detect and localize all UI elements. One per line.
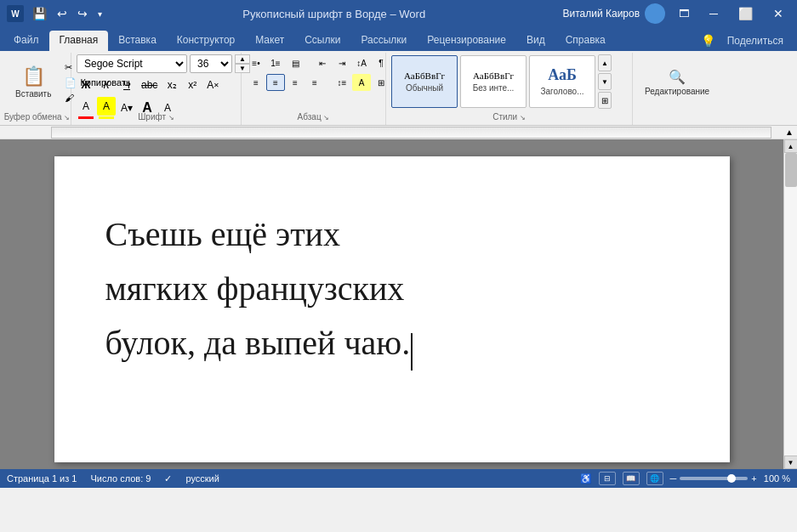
view-normal-btn[interactable]: ⊟	[599, 472, 616, 485]
align-left-btn[interactable]: ≡	[247, 74, 265, 91]
vertical-scrollbar[interactable]: ▲ ▼	[783, 139, 797, 469]
window-title: Рукописный шрифт в Ворде – Word	[105, 8, 563, 20]
view-read-btn[interactable]: 📖	[623, 472, 640, 485]
font-size-select[interactable]: 36	[190, 54, 232, 73]
share-button[interactable]: Поделиться	[720, 35, 790, 47]
font-label: Шрифт ↘	[71, 112, 241, 122]
decrease-indent-btn[interactable]: ⇤	[313, 54, 332, 71]
save-quick-btn[interactable]: 💾	[29, 5, 50, 22]
tab-review[interactable]: Рецензирование	[417, 31, 516, 51]
redo-quick-btn[interactable]: ↪	[74, 5, 91, 22]
user-name: Виталий Каиров	[563, 8, 640, 20]
bold-button[interactable]: Ж	[77, 76, 95, 94]
ruler: ▲	[0, 126, 797, 139]
style-normal[interactable]: АаБбВвГг Обычный	[391, 55, 458, 108]
subscript-button[interactable]: x₂	[162, 76, 181, 94]
clear-format-button[interactable]: А✕	[203, 76, 223, 94]
styles-expand-icon[interactable]: ↘	[520, 114, 526, 122]
tab-layout[interactable]: Макет	[245, 31, 294, 51]
zoom-track[interactable]	[680, 477, 748, 480]
user-avatar[interactable]	[645, 3, 665, 24]
style-heading1-label: Заголово...	[541, 87, 584, 97]
document-page[interactable]: Съешь ещё этих мягких французских булок,…	[54, 156, 730, 462]
page-info[interactable]: Страница 1 из 1	[7, 473, 77, 484]
numbering-btn[interactable]: 1≡	[266, 54, 285, 71]
paragraph-expand-icon[interactable]: ↘	[323, 114, 329, 122]
editing-label: Редактирование	[645, 87, 709, 96]
ribbon-group-clipboard: 📋 Вставить ✂Вырезать 📄Копировать 🖌 Буфер…	[3, 53, 71, 125]
increase-indent-btn[interactable]: ⇥	[333, 54, 351, 71]
language-item[interactable]: русский	[185, 473, 219, 484]
sort-btn[interactable]: ↕A	[352, 54, 371, 71]
font-row1: Segoe Script 36 ▲ ▼	[77, 54, 250, 73]
styles-arrows: ▲ ▼ ⊞	[598, 54, 612, 109]
styles-down-btn[interactable]: ▼	[598, 73, 612, 90]
line-spacing-btn[interactable]: ↕≡	[333, 74, 351, 91]
ribbon-group-editing: 🔍 Редактирование	[633, 53, 709, 125]
multilevel-btn[interactable]: ▤	[286, 54, 305, 71]
zoom-thumb[interactable]	[727, 474, 736, 483]
tab-view[interactable]: Вид	[516, 31, 555, 51]
strikethrough-button[interactable]: abc	[138, 76, 161, 94]
styles-label: Стили ↘	[386, 112, 632, 122]
document-text[interactable]: Съешь ещё этих мягких французских булок,…	[105, 207, 679, 371]
font-label-text: Шрифт	[138, 112, 166, 122]
align-center-btn[interactable]: ≡	[266, 74, 285, 91]
underline-button[interactable]: Ч	[117, 76, 136, 94]
tab-home[interactable]: Главная	[49, 31, 109, 51]
close-btn[interactable]: ✕	[766, 5, 790, 22]
superscript-button[interactable]: x²	[183, 76, 202, 94]
zoom-slider[interactable]: ─ +	[670, 473, 757, 484]
ruler-expand-icon[interactable]: ▲	[785, 127, 794, 137]
scroll-down-btn[interactable]: ▼	[784, 456, 798, 469]
view-web-btn[interactable]: 🌐	[646, 472, 663, 485]
search-editing-button[interactable]: 🔍 Редактирование	[638, 57, 716, 108]
accessibility-btn[interactable]: ♿	[580, 473, 592, 484]
undo-quick-btn[interactable]: ↩	[54, 5, 71, 22]
style-no-spacing[interactable]: АаБбВвГг Без инте...	[460, 55, 527, 108]
tab-file[interactable]: Файл	[3, 31, 49, 51]
zoom-in-icon[interactable]: +	[751, 473, 756, 484]
status-bar: Страница 1 из 1 Число слов: 9 ✓ русский …	[0, 469, 797, 488]
page-info-text: Страница 1 из 1	[7, 473, 77, 484]
ruler-bar	[51, 127, 771, 139]
accessibility-icon: ♿	[580, 473, 592, 484]
clipboard-expand-icon[interactable]: ↘	[64, 114, 70, 122]
align-right-btn[interactable]: ≡	[286, 74, 305, 91]
tab-design[interactable]: Конструктор	[167, 31, 245, 51]
word-count[interactable]: Число слов: 9	[90, 473, 151, 484]
justify-btn[interactable]: ≡	[305, 74, 324, 91]
customize-quick-btn[interactable]: ▾	[94, 8, 105, 20]
zoom-out-icon[interactable]: ─	[670, 473, 677, 484]
clipboard-label-text: Буфер обмена	[4, 112, 62, 122]
document-viewport[interactable]: Съешь ещё этих мягких французских булок,…	[0, 139, 783, 469]
ribbon-display-btn[interactable]: 🗖	[672, 6, 696, 21]
scroll-thumb[interactable]	[785, 153, 797, 187]
text-cursor	[411, 333, 413, 371]
font-family-select[interactable]: Segoe Script	[77, 54, 187, 73]
style-heading1[interactable]: АаБ Заголово...	[529, 55, 595, 108]
font-expand-icon[interactable]: ↘	[168, 114, 174, 122]
shading-btn[interactable]: A	[352, 74, 371, 91]
style-normal-preview: АаБбВвГг	[404, 71, 445, 81]
style-heading1-preview: АаБ	[548, 66, 577, 84]
bullets-btn[interactable]: ≡•	[247, 54, 265, 71]
title-bar: W 💾 ↩ ↪ ▾ Рукописный шрифт в Ворде – Wor…	[0, 0, 797, 27]
italic-button[interactable]: К	[97, 76, 116, 94]
tab-references[interactable]: Ссылки	[294, 31, 350, 51]
zoom-percent[interactable]: 100 %	[764, 473, 790, 484]
tab-mailings[interactable]: Рассылки	[350, 31, 417, 51]
restore-btn[interactable]: ⬜	[732, 5, 760, 22]
tab-insert[interactable]: Вставка	[108, 31, 167, 51]
help-icon[interactable]: 💡	[701, 34, 715, 48]
proofing-icon[interactable]: ✓	[164, 473, 172, 484]
title-bar-left: W 💾 ↩ ↪ ▾	[7, 5, 105, 22]
paste-button[interactable]: 📋 Вставить	[9, 57, 58, 108]
scroll-track[interactable]	[784, 153, 797, 456]
styles-expand-btn[interactable]: ⊞	[598, 92, 612, 109]
styles-up-btn[interactable]: ▲	[598, 54, 612, 71]
minimize-btn[interactable]: ─	[703, 5, 725, 22]
scroll-up-btn[interactable]: ▲	[784, 139, 798, 153]
editing-content: 🔍 Редактирование	[638, 54, 716, 123]
tab-help[interactable]: Справка	[555, 31, 616, 51]
